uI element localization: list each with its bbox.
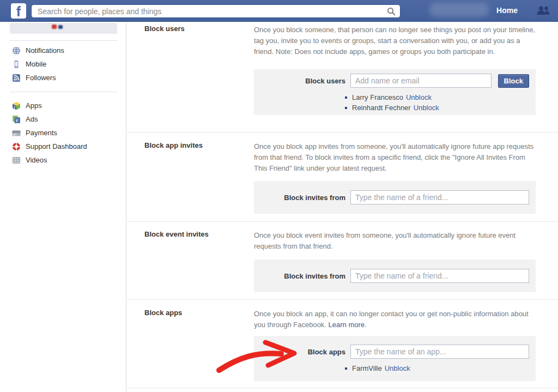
- section-block-apps: Block apps Once you block an app, it can…: [127, 300, 558, 388]
- sidebar-item-label: Apps: [26, 101, 42, 110]
- blocking-settings-content: Block users Once you block someone, that…: [127, 22, 558, 392]
- description-text: Once you block an app, it can no longer …: [254, 310, 529, 329]
- apps-cube-icon: f: [12, 101, 21, 110]
- redacted-label-fragment: [58, 25, 63, 29]
- blocked-app-name: FarmVille: [352, 364, 382, 372]
- sidebar-item-followers[interactable]: Followers: [0, 71, 126, 85]
- sidebar-item-mobile[interactable]: Mobile: [0, 57, 126, 71]
- section-title: Block app invites: [144, 141, 254, 221]
- blocked-user-name: Larry Francesco: [352, 93, 403, 101]
- svg-text:f: f: [16, 118, 18, 123]
- section-title: Block event invites: [144, 230, 254, 299]
- block-apps-form: Block apps FarmVille Unblock: [254, 336, 536, 381]
- blocked-user-row: Reinhardt Fechner Unblock: [345, 102, 529, 113]
- ads-icon: f: [12, 115, 21, 124]
- sidebar-divider: [10, 40, 117, 41]
- sidebar-item-videos[interactable]: Videos: [0, 153, 126, 167]
- home-link[interactable]: Home: [496, 6, 518, 15]
- section-block-event-invites: Block event invites Once you block event…: [127, 222, 558, 300]
- section-block-app-invites: Block app invites Once you block app inv…: [127, 132, 558, 222]
- credit-card-icon: [12, 129, 21, 137]
- sidebar-item-label: Ads: [26, 115, 38, 123]
- sidebar-item-ads[interactable]: f Ads: [0, 112, 126, 126]
- sidebar-item-label: Followers: [26, 74, 56, 82]
- block-button[interactable]: Block: [498, 74, 529, 88]
- block-apps-input[interactable]: [350, 345, 529, 359]
- lifebuoy-icon: [12, 142, 21, 151]
- section-description: Once you block an app, it can no longer …: [254, 309, 536, 330]
- blocked-user-name: Reinhardt Fechner: [352, 104, 411, 112]
- block-app-invites-form: Block invites from: [254, 181, 536, 214]
- sidebar-item-label: Mobile: [26, 60, 46, 68]
- block-apps-form-label: Block apps: [260, 348, 345, 356]
- sidebar-item-payments[interactable]: Payments: [0, 126, 126, 140]
- followers-icon: [12, 74, 21, 82]
- blocked-apps-list: FarmVille Unblock: [345, 363, 529, 373]
- block-invites-form-label: Block invites from: [260, 194, 345, 202]
- unblock-link[interactable]: Unblock: [385, 364, 410, 372]
- learn-more-link[interactable]: Learn more: [329, 321, 365, 329]
- sidebar-item-notifications[interactable]: Notifications: [0, 44, 126, 57]
- sidebar-item-support-dashboard[interactable]: Support Dashboard: [0, 140, 126, 153]
- section-title: Block users: [144, 25, 254, 132]
- bullet-icon: [345, 97, 347, 99]
- search-icon[interactable]: [387, 7, 396, 16]
- globe-icon: [12, 46, 21, 55]
- friends-icon[interactable]: [536, 5, 550, 16]
- sidebar-item-label: Videos: [26, 156, 47, 164]
- blocked-users-list: Larry Francesco Unblock Reinhardt Fechne…: [345, 92, 529, 113]
- mobile-icon: [12, 60, 21, 69]
- facebook-logo[interactable]: f: [11, 3, 26, 19]
- blocking-icon-fragment: [52, 25, 57, 29]
- block-event-invites-input[interactable]: [350, 269, 529, 283]
- section-block-users: Block users Once you block someone, that…: [127, 22, 558, 132]
- block-users-input[interactable]: [350, 74, 492, 88]
- section-description: Once you block app invites from someone,…: [254, 141, 536, 174]
- block-app-invites-input[interactable]: [350, 190, 529, 204]
- sidebar-divider: [10, 92, 117, 92]
- sidebar-item-label: Payments: [26, 129, 57, 137]
- sidebar-item-apps[interactable]: f Apps: [0, 99, 126, 112]
- unblock-link[interactable]: Unblock: [406, 93, 432, 101]
- bullet-icon: [345, 367, 347, 370]
- top-nav-bar: f Home: [0, 0, 558, 22]
- blocked-user-row: Larry Francesco Unblock: [345, 92, 529, 102]
- search-bar: [31, 4, 401, 18]
- sidebar-item-selected-partial[interactable]: [10, 23, 117, 34]
- description-period: .: [365, 321, 367, 329]
- unblock-link[interactable]: Unblock: [414, 104, 439, 112]
- block-invites-form-label: Block invites from: [260, 272, 345, 280]
- search-input[interactable]: [32, 5, 400, 17]
- block-event-invites-form: Block invites from: [254, 260, 536, 292]
- block-users-form: Block users Block Larry Francesco Unbloc…: [254, 69, 536, 115]
- section-description: Once you block someone, that person can …: [254, 25, 536, 57]
- blocked-app-row: FarmVille Unblock: [345, 363, 529, 373]
- section-description: Once you block event invites from someon…: [254, 230, 536, 252]
- filmstrip-icon: [12, 156, 21, 165]
- bullet-icon: [345, 107, 347, 109]
- blocking-settings-page: f Home: [0, 0, 558, 392]
- sidebar-item-label: Notifications: [26, 46, 64, 55]
- redacted-profile-area: [429, 3, 489, 17]
- section-title: Block apps: [144, 309, 254, 388]
- block-users-form-label: Block users: [260, 77, 345, 85]
- sidebar-item-label: Support Dashboard: [26, 142, 87, 150]
- settings-sidebar: Notifications Mobile Followers: [0, 22, 126, 392]
